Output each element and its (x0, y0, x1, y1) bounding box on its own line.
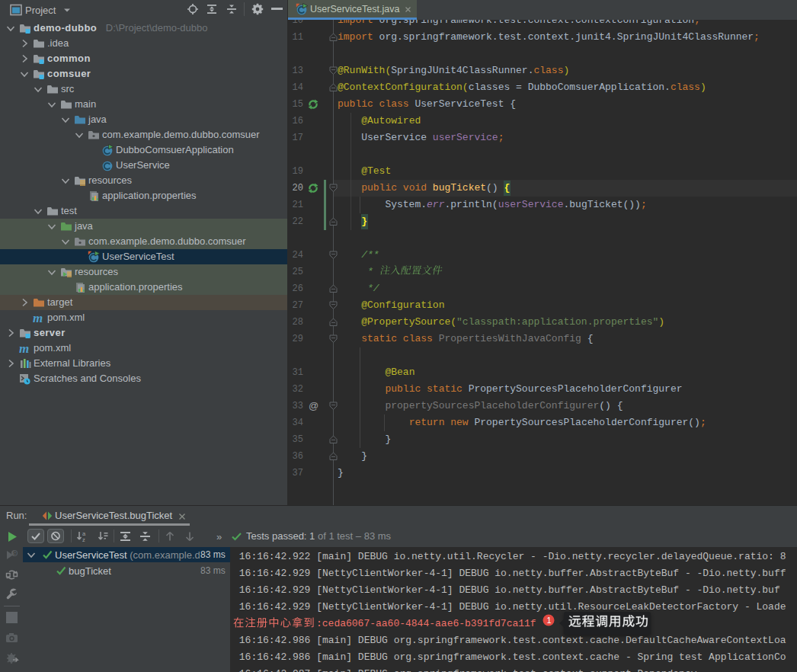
svg-text:m: m (19, 342, 29, 354)
svg-text:m: m (33, 312, 43, 324)
svg-text:z: z (82, 536, 85, 543)
svg-text:9: 9 (13, 549, 17, 557)
svg-text:1: 1 (547, 616, 552, 625)
